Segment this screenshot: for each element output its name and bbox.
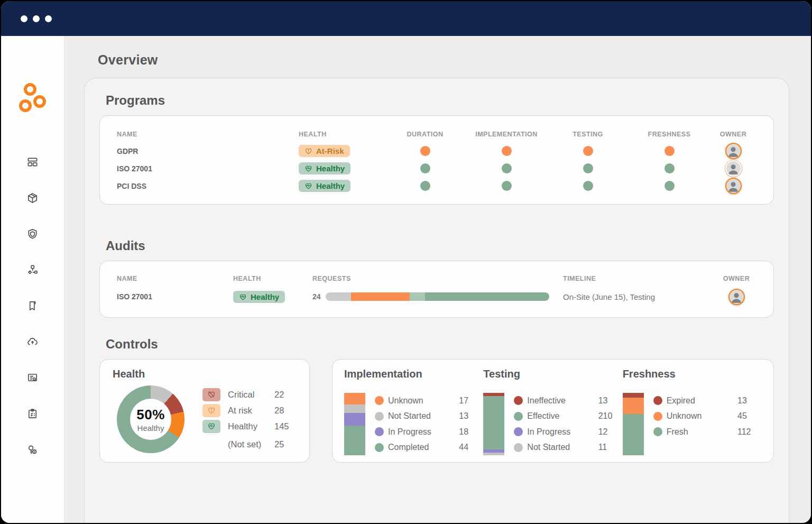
window-control-dot[interactable] xyxy=(21,15,27,22)
metric-column-implementation: ImplementationUnknown17Not Started13In P… xyxy=(344,368,483,454)
metric-column-testing: TestingIneffective13Effective210In Progr… xyxy=(483,368,622,454)
heart-pulse-icon xyxy=(304,164,312,172)
owner-avatar[interactable] xyxy=(725,143,742,159)
legend-value: 145 xyxy=(274,421,297,431)
health-card-title: Health xyxy=(113,368,297,380)
requests-bar-segment-complete xyxy=(425,292,549,301)
metric-title: Freshness xyxy=(623,368,762,380)
package-icon xyxy=(26,192,39,204)
program-row[interactable]: GDPRAt-Risk xyxy=(117,142,756,160)
sidebar-item-uploads[interactable] xyxy=(26,335,39,348)
legend-value: 11 xyxy=(598,443,623,452)
program-row[interactable]: PCI DSSHealthy xyxy=(117,177,756,195)
metric-legend: Ineffective13Effective210In Progress12No… xyxy=(514,393,622,455)
stacked-bar-segment xyxy=(483,396,504,449)
legend-value: 13 xyxy=(598,396,623,406)
legend-value: 28 xyxy=(274,406,297,416)
testing-stacked-bar-chart xyxy=(483,393,504,455)
metric-legend-row: Expired13 xyxy=(653,393,762,409)
metric-legend-row: Completed44 xyxy=(375,440,483,456)
stacked-bar-segment xyxy=(344,405,365,413)
heart-pulse-icon xyxy=(304,182,312,190)
legend-value: 22 xyxy=(274,390,297,400)
legend-value: 17 xyxy=(459,396,483,406)
audit-name: ISO 27001 xyxy=(117,292,233,301)
owner-avatar[interactable] xyxy=(725,160,742,177)
sidebar-item-tasks[interactable] xyxy=(26,407,39,420)
column-header-owner: OWNER xyxy=(710,131,756,138)
legend-value: 45 xyxy=(737,411,762,421)
three-rings-logo-icon xyxy=(19,82,47,113)
requests-bar-segment-not-started xyxy=(326,292,351,301)
metric-legend: Expired13Unknown45Fresh112 xyxy=(653,393,762,455)
metric-legend-row: Unknown45 xyxy=(653,409,762,425)
health-badge-label: Healthy xyxy=(316,181,345,190)
heart-alert-icon xyxy=(207,406,216,415)
metric-legend: Unknown17Not Started13In Progress18Compl… xyxy=(375,393,483,455)
stacked-bar-segment xyxy=(623,393,644,398)
column-header-testing: TESTING xyxy=(547,131,629,138)
legend-dot xyxy=(514,396,523,405)
owner-avatar[interactable] xyxy=(725,178,742,194)
heart-alert-icon-chip xyxy=(202,404,220,417)
health-badge: Healthy xyxy=(233,291,285,303)
clipboard-check-icon xyxy=(26,408,39,420)
person-icon xyxy=(730,290,743,304)
program-name: PCI DSS xyxy=(117,182,299,190)
stacked-bar-segment xyxy=(344,426,365,455)
program-row[interactable]: ISO 27001Healthy xyxy=(117,160,756,177)
window-control-dot[interactable] xyxy=(33,15,40,22)
duration-status-dot xyxy=(420,163,430,173)
person-icon xyxy=(726,179,740,193)
sidebar-item-bookmarks[interactable] xyxy=(26,299,39,312)
metric-legend-row: Effective210 xyxy=(514,409,622,425)
health-donut-chart: 50% Healthy xyxy=(117,385,184,453)
legend-label: Completed xyxy=(388,443,459,452)
stacked-bar-segment xyxy=(344,413,365,425)
metric-legend-row: Fresh112 xyxy=(653,424,762,440)
audits-rows: ISO 27001Healthy24On-Site (June 15), Tes… xyxy=(117,287,756,307)
column-header-implementation: IMPLEMENTATION xyxy=(466,131,547,138)
metric-title: Implementation xyxy=(344,368,483,380)
heart-pulse-icon-chip xyxy=(202,420,220,433)
browser-window: Overview Programs NAMEHEALTHDURATIONIMPL… xyxy=(1,1,811,523)
legend-dot xyxy=(653,412,662,421)
sidebar-item-review[interactable] xyxy=(26,371,39,384)
sidebar-item-access[interactable] xyxy=(26,443,39,456)
legend-label: Unknown xyxy=(388,396,459,406)
metric-legend-row: Ineffective13 xyxy=(514,393,622,409)
freshness-status-dot xyxy=(665,181,675,191)
heart-alert-icon xyxy=(304,147,312,155)
owner-avatar[interactable] xyxy=(728,289,745,305)
column-header-freshness: FRESHNESS xyxy=(629,131,710,138)
audits-header: NAMEHEALTHREQUESTSTIMELINEOWNER xyxy=(117,271,756,287)
sidebar-item-dashboard[interactable] xyxy=(26,155,39,168)
metric-column-freshness: FreshnessExpired13Unknown45Fresh112 xyxy=(623,368,762,454)
controls-row: Health 50% Healthy Critical22At risk28He… xyxy=(99,359,774,463)
heart-pulse-icon xyxy=(239,293,247,301)
requests-bar-segment-in-review xyxy=(410,292,425,301)
main-content: Overview Programs NAMEHEALTHDURATIONIMPL… xyxy=(64,36,811,523)
stacked-bar-segment xyxy=(483,453,504,455)
window-control-dot[interactable] xyxy=(45,15,52,22)
legend-label: Unknown xyxy=(667,411,737,421)
controls-health-card: Health 50% Healthy Critical22At risk28He… xyxy=(99,359,310,463)
testing-status-dot xyxy=(583,146,593,156)
legend-value: 210 xyxy=(598,411,623,421)
sidebar-item-security[interactable] xyxy=(26,227,39,240)
sidebar-nav xyxy=(26,155,39,456)
sidebar-item-workflow[interactable] xyxy=(26,263,39,276)
audit-row[interactable]: ISO 27001Healthy24On-Site (June 15), Tes… xyxy=(117,287,756,307)
metric-title: Testing xyxy=(483,368,622,380)
column-header-timeline: TIMELINE xyxy=(563,275,716,282)
legend-dot xyxy=(375,396,384,405)
app-logo[interactable] xyxy=(19,82,47,113)
sidebar-item-packages[interactable] xyxy=(26,191,39,204)
legend-value: 12 xyxy=(598,427,623,437)
donut-center: 50% Healthy xyxy=(130,399,171,440)
freshness-status-dot xyxy=(665,146,675,156)
health-legend: Critical22At risk28Healthy145(Not set)25 xyxy=(202,387,297,453)
legend-dot xyxy=(653,396,662,405)
program-name: GDPR xyxy=(117,147,299,155)
shield-icon xyxy=(26,228,39,240)
